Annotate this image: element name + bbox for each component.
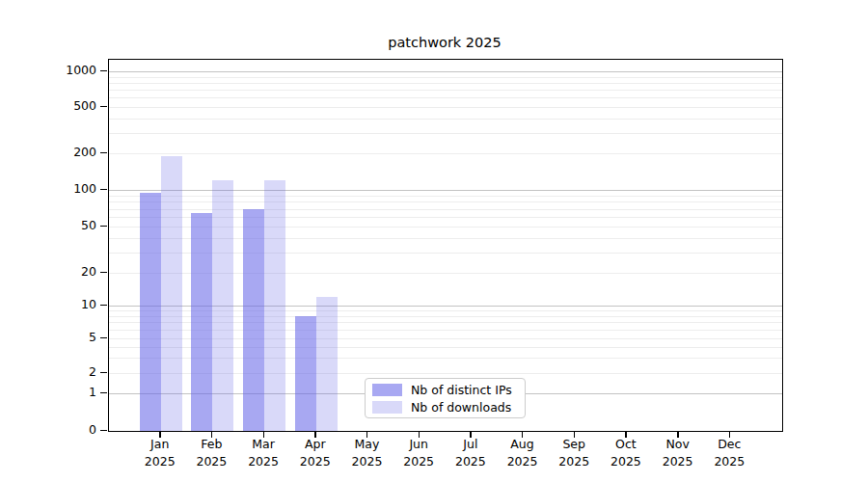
y-tick-label: 200 (33, 145, 96, 160)
legend-label-distinct-ips: Nb of distinct IPs (411, 383, 512, 397)
legend-item-distinct-ips: Nb of distinct IPs (372, 383, 525, 397)
bar-downloads-mar (264, 180, 285, 431)
gridline-major (109, 71, 782, 72)
y-tick-label: 500 (33, 98, 96, 114)
y-tick (100, 272, 107, 273)
gridline-minor (109, 90, 782, 91)
y-tick (100, 337, 107, 338)
y-tick (100, 226, 107, 227)
gridline-minor (109, 196, 782, 197)
x-tick-label: Dec 2025 (698, 436, 760, 469)
plot-area (108, 59, 783, 432)
gridline-minor (109, 119, 782, 120)
gridline-minor (109, 107, 782, 108)
legend-label-downloads: Nb of downloads (411, 400, 511, 415)
y-tick (100, 70, 107, 71)
y-tick (100, 372, 107, 373)
y-tick-label: 20 (33, 264, 96, 280)
bar-distinct-ips-apr (295, 316, 316, 431)
y-tick (100, 305, 107, 306)
y-tick (100, 152, 107, 153)
gridline-minor (109, 201, 782, 202)
y-tick-label: 5 (33, 330, 96, 345)
y-tick-label: 1000 (33, 63, 96, 78)
y-tick-label: 0 (33, 422, 96, 438)
bar-downloads-apr (316, 297, 338, 431)
y-tick (100, 430, 107, 431)
chart-canvas: patchwork 2025 01251020501002005001000 J… (0, 0, 868, 482)
gridline-minor (109, 209, 782, 210)
legend-item-downloads: Nb of downloads (372, 400, 525, 415)
gridline-minor (109, 97, 782, 98)
gridline-major (109, 190, 782, 191)
y-tick (100, 106, 107, 107)
legend-swatch-distinct-ips (372, 384, 402, 396)
legend-box: Nb of distinct IPs Nb of downloads (365, 378, 526, 418)
y-tick-label: 10 (33, 297, 96, 312)
bar-downloads-feb (212, 180, 233, 431)
y-tick-label: 50 (33, 218, 96, 233)
y-tick-label: 1 (33, 385, 96, 400)
gridline-minor (109, 83, 782, 84)
y-tick-label: 2 (33, 364, 96, 380)
bar-downloads-jan (161, 156, 182, 431)
legend-swatch-downloads (372, 401, 402, 414)
bar-distinct-ips-jan (140, 193, 161, 431)
bar-distinct-ips-feb (191, 213, 212, 431)
chart-title: patchwork 2025 (108, 35, 781, 50)
bar-distinct-ips-mar (243, 209, 264, 431)
y-tick (100, 392, 107, 393)
gridline-minor (109, 153, 782, 154)
gridline-minor (109, 133, 782, 134)
y-tick (100, 189, 107, 190)
y-tick-label: 100 (33, 181, 96, 197)
gridline-minor (109, 77, 782, 78)
